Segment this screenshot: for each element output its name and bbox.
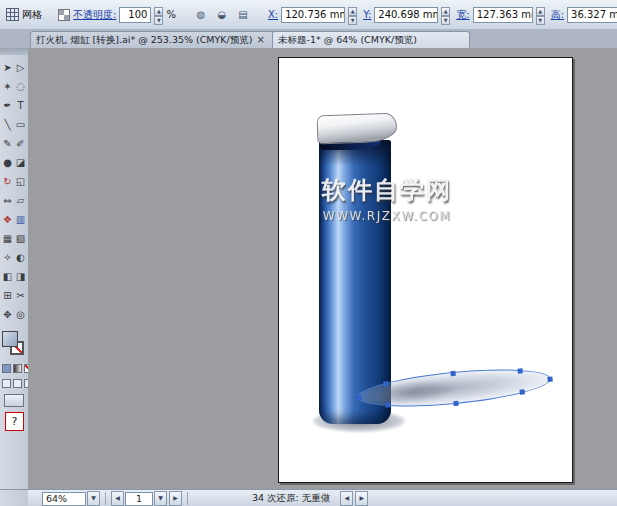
width-label: 宽: [456,8,469,22]
tool-gradient[interactable]: ▧ [14,229,27,248]
width-input[interactable]: 127.363 mm [473,7,533,23]
status-text: 34 次还原: 无重做 [252,492,330,505]
tool-type[interactable]: T [14,96,27,115]
statusbar-corner [0,489,29,506]
help-button[interactable]: ? [5,412,24,431]
tool-pencil[interactable]: ✐ [14,134,27,153]
anchor-point[interactable] [385,402,390,407]
watermark-title: 软件自学网 [301,174,473,206]
draw-behind-button[interactable] [13,379,22,388]
recolor-artwork-icon[interactable]: ◒ [213,6,231,24]
gradient-button[interactable] [13,364,22,373]
height-label: 高: [551,8,564,22]
mesh-object-icon [6,8,19,21]
tools-panel-header[interactable] [0,48,28,55]
tool-selection[interactable]: ➤ [1,58,14,77]
height-input[interactable]: 36.327 mm [567,7,617,23]
next-artboard-icon[interactable]: ▶ [169,491,182,506]
transparency-checker-icon [58,9,70,21]
anchor-point[interactable] [547,376,552,381]
tab-document-2[interactable]: 未标题-1* @ 64% (CMYK/预览) [272,31,470,48]
divider [105,492,106,505]
y-stepper[interactable]: ▲▼ [441,7,450,22]
zoom-value[interactable]: 64% [42,492,86,506]
tool-zoom[interactable]: ◎ [14,305,27,324]
anchor-point[interactable] [520,389,525,394]
tool-artboard[interactable]: ⊞ [1,286,14,305]
tool-slice[interactable]: ✂ [14,286,27,305]
tool-lasso[interactable]: ◌ [14,77,27,96]
opacity-input[interactable]: 100 [119,7,151,23]
y-input[interactable]: 240.698 mm [374,7,438,23]
width-stepper[interactable]: ▲▼ [536,7,545,22]
graph-style-icon[interactable]: ◍ [192,6,210,24]
document-tab-bar: 打火机, 烟缸 [转换].ai* @ 253.35% (CMYK/预览) × 未… [0,29,617,49]
status-bar: 64% ▼ ◀ 1 ▼ ▶ 34 次还原: 无重做 ◀ ▶ [28,489,617,506]
tool-live-paint-bucket[interactable]: ◧ [1,267,14,286]
tool-pen[interactable]: ✒ [1,96,14,115]
tool-grid: ➤▷✶◌✒T╲▭✎✐●◪↻◱⇔▱❖▥▦▧✧◐◧◨⊞✂✥◎ [0,58,28,324]
prev-artboard-icon[interactable]: ◀ [111,491,124,506]
canvas-area[interactable]: 软件自学网 WWW.RJZXW.COM [28,48,617,489]
selected-object-label: 网格 [22,8,42,22]
anchor-point[interactable] [453,400,458,405]
control-bar: 网格 不透明度: 100 ▲▼ % ◍ ◒ ▤ X: 120.736 mm ▲▼… [0,0,617,30]
watermark-url: WWW.RJZXW.COM [301,209,473,223]
tab-document-1[interactable]: 打火机, 烟缸 [转换].ai* @ 253.35% (CMYK/预览) × [30,31,278,48]
fill-stroke-widget [1,330,27,358]
tool-blend[interactable]: ◐ [14,248,27,267]
watermark: 软件自学网 WWW.RJZXW.COM [301,174,473,223]
tool-column-graph[interactable]: ▥ [14,210,27,229]
illustrator-window: 网格 不透明度: 100 ▲▼ % ◍ ◒ ▤ X: 120.736 mm ▲▼… [0,0,617,506]
anchor-point[interactable] [450,370,455,375]
artboard-dropdown-icon[interactable]: ▼ [154,491,167,506]
anchor-point[interactable] [383,381,388,386]
opacity-stepper[interactable]: ▲▼ [154,7,163,22]
tab-document-2-label: 未标题-1* @ 64% (CMYK/预览) [278,32,417,48]
status-next-icon[interactable]: ▶ [355,491,368,506]
y-label: Y: [363,9,371,20]
tool-free-transform[interactable]: ▱ [14,191,27,210]
zoom-dropdown-icon[interactable]: ▼ [87,491,100,506]
tool-blob-brush[interactable]: ● [1,153,14,172]
tool-eraser[interactable]: ◪ [14,153,27,172]
tab-document-1-label: 打火机, 烟缸 [转换].ai* @ 253.35% (CMYK/预览) [36,32,253,48]
tool-paintbrush[interactable]: ✎ [1,134,14,153]
anchor-point[interactable] [356,394,361,399]
fill-color-swatch[interactable] [2,331,18,347]
screen-mode-button[interactable] [4,394,24,407]
status-prev-icon[interactable]: ◀ [340,491,353,506]
color-button[interactable] [2,364,11,373]
x-input[interactable]: 120.736 mm [281,7,345,23]
tool-live-paint-selection[interactable]: ◨ [14,267,27,286]
artboard-number-field[interactable]: 1 [125,492,153,506]
tool-rectangle[interactable]: ▭ [14,115,27,134]
anchor-point[interactable] [518,368,523,373]
artboard[interactable]: 软件自学网 WWW.RJZXW.COM [278,57,573,483]
tool-mesh[interactable]: ▦ [1,229,14,248]
x-stepper[interactable]: ▲▼ [348,7,357,22]
tool-rotate[interactable]: ↻ [1,172,14,191]
draw-normal-button[interactable] [2,379,11,388]
tool-width[interactable]: ⇔ [1,191,14,210]
divider [187,492,188,505]
tool-scale[interactable]: ◱ [14,172,27,191]
tools-panel: ➤▷✶◌✒T╲▭✎✐●◪↻◱⇔▱❖▥▦▧✧◐◧◨⊞✂✥◎ ? [0,48,29,506]
tool-hand[interactable]: ✥ [1,305,14,324]
align-panel-icon[interactable]: ▤ [234,6,252,24]
x-label: X: [268,9,278,20]
tool-magic-wand[interactable]: ✶ [1,77,14,96]
tool-eyedropper[interactable]: ✧ [1,248,14,267]
tool-line-segment[interactable]: ╲ [1,115,14,134]
tool-symbol-sprayer[interactable]: ❖ [1,210,14,229]
opacity-label[interactable]: 不透明度: [73,8,116,22]
tool-direct-selection[interactable]: ▷ [14,58,27,77]
tab-close-icon[interactable]: × [257,35,265,45]
opacity-unit: % [166,9,176,20]
